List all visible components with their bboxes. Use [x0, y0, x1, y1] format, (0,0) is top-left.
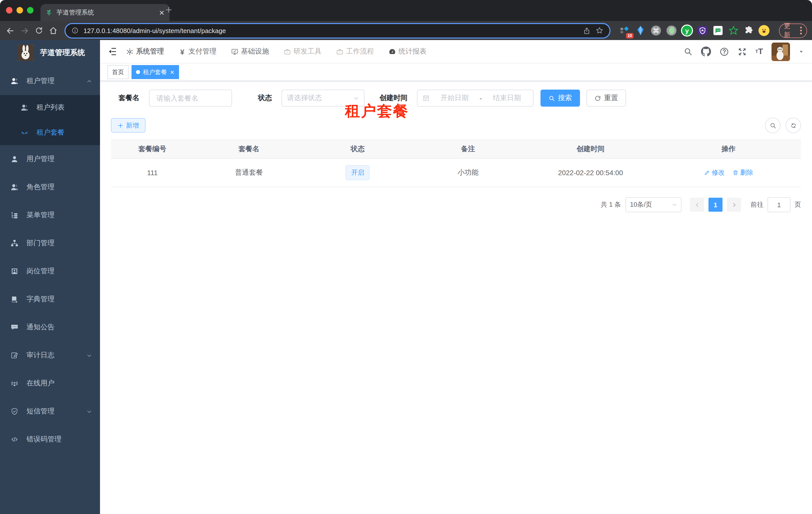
fullscreen-icon[interactable]	[737, 47, 747, 56]
sidebar-item-sms-management[interactable]: 短信管理	[0, 397, 100, 426]
topnav-infrastructure[interactable]: 基础设施	[231, 47, 269, 56]
sidebar-collapse-icon[interactable]	[108, 47, 117, 56]
chrome-update-button[interactable]: 更新	[779, 23, 807, 38]
tag-home[interactable]: 首页	[108, 65, 128, 79]
page-size-select[interactable]: 10条/页	[626, 197, 682, 212]
url-text[interactable]: 127.0.0.1:48080/admin-ui/system/tenant/p…	[84, 27, 226, 34]
sidebar-item-tenant-list[interactable]: 租户列表	[0, 95, 100, 120]
col-header-id: 套餐编号	[111, 145, 194, 154]
show-search-toggle-button[interactable]	[765, 117, 781, 133]
users-icon	[10, 183, 19, 191]
tag-tenant-package[interactable]: 租户套餐	[132, 65, 179, 79]
forward-icon[interactable]	[20, 24, 30, 37]
sidebar-item-dict-management[interactable]: 字典管理	[0, 285, 100, 313]
next-page-button[interactable]	[727, 198, 741, 212]
trash-icon	[732, 170, 738, 176]
browser-tab[interactable]: 芋道管理系统	[40, 4, 170, 21]
sidebar-item-notice[interactable]: 通知公告	[0, 313, 100, 341]
extensions-puzzle-icon[interactable]	[743, 25, 754, 36]
refresh-table-button[interactable]	[785, 117, 801, 133]
new-tab-button[interactable]	[165, 6, 173, 13]
github-icon[interactable]	[701, 47, 711, 57]
sidebar-item-department-management[interactable]: 部门管理	[0, 229, 100, 257]
site-info-icon[interactable]	[71, 27, 79, 34]
sidebar-logo-row[interactable]: 芋道管理系统	[0, 40, 100, 65]
share-icon[interactable]	[583, 27, 590, 34]
help-icon[interactable]	[719, 47, 729, 56]
reset-button[interactable]: 重置	[586, 89, 626, 107]
browser-profile-avatar[interactable]	[758, 25, 770, 36]
close-window-button[interactable]	[6, 7, 12, 13]
main-area: 系统管理 ¥ 支付管理 基础设施	[100, 40, 812, 514]
zoom-window-button[interactable]	[27, 7, 33, 13]
tab-favicon-plant-icon	[46, 9, 53, 16]
filter-form: 套餐名 状态 请选择状态 创建时间	[118, 89, 801, 107]
topnav-statistics[interactable]: 统计报表	[388, 47, 427, 56]
sidebar-item-audit-log[interactable]: 审计日志	[0, 341, 100, 369]
tab-close-icon[interactable]	[159, 10, 165, 15]
extension-star-icon[interactable]	[727, 25, 739, 36]
page-title-overlay: 租户套餐	[345, 101, 409, 121]
font-size-icon[interactable]: TT	[755, 48, 763, 56]
cell-remark: 小功能	[411, 168, 525, 177]
col-header-status: 状态	[304, 145, 411, 154]
chevron-up-icon	[87, 78, 92, 84]
header-search-icon[interactable]	[683, 47, 692, 56]
sidebar-submenu-tenant: 租户列表 租户套餐	[0, 95, 100, 145]
briefcase-icon	[284, 48, 291, 55]
chevron-down-icon	[87, 409, 92, 414]
user-icon	[10, 155, 19, 163]
page-unit-label: 页	[794, 200, 801, 209]
prev-page-button[interactable]	[690, 198, 704, 212]
topnav-dev-tools[interactable]: 研发工具	[284, 47, 321, 56]
extension-diamond-icon[interactable]: 10	[619, 25, 631, 36]
extension-command-icon[interactable]	[650, 25, 662, 36]
extension-chat-icon[interactable]	[712, 25, 724, 36]
extension-gem-icon[interactable]	[635, 25, 646, 36]
avatar-caret-down-icon[interactable]	[799, 49, 804, 54]
search-button[interactable]: 搜索	[541, 89, 580, 107]
date-end-placeholder[interactable]: 结束日期	[486, 93, 528, 103]
user-avatar[interactable]	[772, 42, 790, 61]
extension-y-icon[interactable]: y	[681, 25, 693, 36]
sidebar-item-post-management[interactable]: 岗位管理	[0, 257, 100, 285]
code-icon	[10, 435, 19, 443]
kebab-menu-icon[interactable]	[800, 27, 802, 34]
extensions-area: 10 y	[619, 23, 807, 38]
sidebar-item-tenant-package[interactable]: 租户套餐	[0, 120, 100, 145]
date-start-placeholder[interactable]: 开始日期	[434, 93, 475, 103]
back-icon[interactable]	[5, 24, 16, 37]
goto-page-input[interactable]	[767, 197, 790, 212]
cell-actions: 修改 删除	[656, 168, 801, 177]
current-page-button[interactable]: 1	[708, 198, 723, 212]
home-icon[interactable]	[48, 24, 59, 37]
closed-eyes-icon	[21, 129, 29, 137]
minimize-window-button[interactable]	[17, 7, 23, 13]
tag-close-icon[interactable]	[170, 70, 174, 74]
topnav-workflow[interactable]: 工作流程	[336, 47, 374, 56]
sidebar-item-role-management[interactable]: 角色管理	[0, 173, 100, 201]
col-header-name: 套餐名	[194, 145, 304, 154]
date-range-picker[interactable]: 开始日期 - 结束日期	[417, 89, 533, 107]
cell-package-name: 普通套餐	[194, 168, 304, 177]
calendar-icon	[423, 94, 430, 102]
sidebar-item-online-users[interactable]: 在线用户	[0, 369, 100, 397]
table-header-row: 套餐编号 套餐名 状态 备注 创建时间 操作	[111, 140, 801, 159]
bookmark-star-icon[interactable]	[596, 27, 604, 34]
sidebar-item-user-management[interactable]: 用户管理	[0, 145, 100, 173]
edit-link[interactable]: 修改	[704, 168, 725, 177]
topnav-payment[interactable]: ¥ 支付管理	[178, 47, 216, 56]
package-name-input[interactable]	[155, 93, 226, 103]
delete-link[interactable]: 删除	[732, 168, 753, 177]
package-name-field[interactable]	[149, 89, 232, 107]
sidebar-item-menu-management[interactable]: 菜单管理	[0, 201, 100, 229]
topnav-system[interactable]: 系统管理	[126, 47, 164, 56]
org-tree-icon	[10, 239, 19, 247]
sidebar-item-error-code[interactable]: 错误码管理	[0, 426, 100, 454]
extension-shield-icon[interactable]	[697, 25, 708, 36]
extension-record-icon[interactable]	[666, 25, 677, 36]
sidebar-item-tenant-management[interactable]: 租户管理	[0, 67, 100, 95]
add-button[interactable]: 新增	[111, 118, 145, 133]
address-bar[interactable]: 127.0.0.1:48080/admin-ui/system/tenant/p…	[65, 24, 609, 37]
reload-icon[interactable]	[34, 24, 44, 37]
